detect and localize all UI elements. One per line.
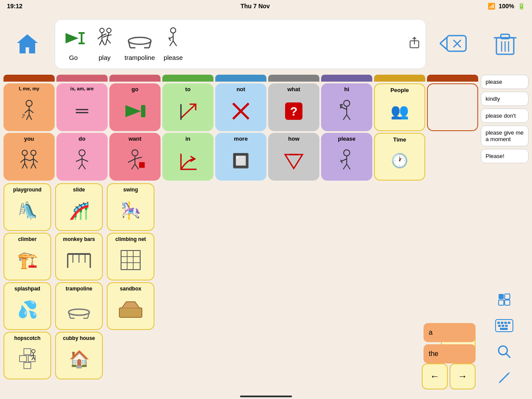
svg-line-84 bbox=[131, 164, 135, 169]
pg-btn-monkey-bars[interactable]: monkey bars bbox=[55, 233, 103, 280]
svg-line-14 bbox=[105, 39, 107, 45]
suggestion-a[interactable]: a bbox=[424, 323, 476, 342]
vocab-btn-not[interactable]: not bbox=[215, 83, 266, 131]
share-button[interactable] bbox=[408, 36, 420, 51]
svg-text:?: ? bbox=[290, 105, 297, 118]
svg-rect-124 bbox=[505, 294, 510, 299]
svg-line-31 bbox=[440, 43, 447, 49]
svg-rect-113 bbox=[119, 308, 142, 317]
svg-line-23 bbox=[170, 41, 173, 46]
vocab-btn-what[interactable]: what ? bbox=[268, 83, 319, 131]
svg-line-9 bbox=[102, 40, 105, 45]
suggestion-the[interactable]: the bbox=[424, 344, 476, 363]
svg-rect-103 bbox=[121, 251, 140, 270]
pg-btn-climbing-net[interactable]: climbing net bbox=[107, 233, 154, 280]
forward-btn[interactable]: → bbox=[450, 363, 476, 389]
svg-line-58 bbox=[343, 115, 347, 120]
vocab-btn-time[interactable]: Time 🕐 bbox=[374, 133, 425, 181]
pg-btn-playground[interactable]: playground 🛝 bbox=[3, 183, 51, 231]
svg-marker-0 bbox=[66, 33, 79, 43]
cat-tab-pink2[interactable] bbox=[56, 75, 108, 82]
trash-button[interactable] bbox=[481, 20, 529, 68]
vocab-btn-how[interactable]: how bbox=[268, 133, 319, 181]
svg-line-7 bbox=[102, 34, 106, 36]
svg-line-138 bbox=[500, 373, 509, 382]
svg-point-65 bbox=[31, 150, 36, 155]
pg-btn-slide[interactable]: slide 🎢 bbox=[55, 183, 103, 231]
vocab-btn-go[interactable]: go bbox=[109, 83, 161, 131]
svg-line-8 bbox=[99, 40, 102, 45]
phrase-please-give[interactable]: please give me a moment bbox=[481, 125, 529, 146]
svg-rect-88 bbox=[139, 162, 144, 168]
pg-btn-hopscotch[interactable]: hopscotch bbox=[3, 332, 51, 379]
svg-line-140 bbox=[508, 373, 509, 374]
vocab-btn-to[interactable]: to bbox=[162, 83, 213, 131]
svg-line-43 bbox=[29, 109, 33, 113]
svg-line-85 bbox=[135, 164, 138, 169]
main-grid: I, me, my bbox=[3, 75, 478, 396]
svg-point-64 bbox=[22, 150, 27, 155]
pg-btn-trampoline[interactable]: trampoline bbox=[55, 282, 103, 330]
svg-rect-133 bbox=[502, 325, 504, 327]
svg-line-59 bbox=[347, 115, 350, 120]
svg-line-50 bbox=[181, 105, 195, 118]
svg-line-70 bbox=[30, 159, 33, 161]
svg-rect-114 bbox=[24, 349, 31, 355]
status-time: 19:12 bbox=[7, 3, 23, 10]
phrase-please-dont[interactable]: please don't bbox=[481, 109, 529, 123]
delete-word-button[interactable] bbox=[430, 20, 477, 68]
pg-btn-sandbox[interactable]: sandbox bbox=[107, 282, 154, 330]
cat-tab-blue[interactable] bbox=[215, 75, 266, 82]
svg-marker-48 bbox=[125, 105, 141, 117]
home-button[interactable] bbox=[3, 20, 51, 68]
cat-tab-purple[interactable] bbox=[321, 75, 372, 82]
vocab-btn-please[interactable]: please bbox=[321, 133, 372, 181]
pg-btn-climber[interactable]: climber 🏗️ bbox=[3, 233, 51, 280]
pencil-btn[interactable] bbox=[481, 366, 527, 389]
cat-tab-pink3[interactable] bbox=[109, 75, 161, 82]
cat-tab-green[interactable] bbox=[162, 75, 213, 82]
svg-line-68 bbox=[20, 159, 25, 162]
back-btn[interactable]: ← bbox=[422, 363, 448, 389]
vocab-btn-hi[interactable]: hi bbox=[321, 83, 372, 131]
svg-rect-129 bbox=[501, 322, 503, 324]
vocab-btn-you[interactable]: you bbox=[3, 133, 55, 181]
svg-point-4 bbox=[100, 28, 104, 33]
vocab-btn-is-am-are[interactable]: is, am, are ═ bbox=[56, 83, 108, 131]
pg-btn-swing[interactable]: swing 🎠 bbox=[107, 183, 154, 231]
wifi-icon: 📶 bbox=[488, 3, 495, 10]
svg-rect-132 bbox=[498, 325, 501, 327]
svg-line-45 bbox=[29, 115, 32, 120]
keyboard-btn[interactable] bbox=[481, 313, 527, 337]
svg-rect-123 bbox=[499, 294, 504, 299]
svg-point-82 bbox=[132, 150, 138, 156]
vocab-btn-extra[interactable] bbox=[427, 83, 478, 131]
phrase-please[interactable]: please bbox=[481, 75, 529, 89]
vocab-btn-people[interactable]: People 👥 bbox=[374, 83, 425, 131]
phrase-please-exclaim[interactable]: Please! bbox=[481, 149, 529, 163]
word-suggestions: a the bbox=[424, 323, 476, 363]
pg-btn-splashpad[interactable]: splashpad 💦 bbox=[3, 282, 51, 330]
vocab-btn-do[interactable]: do bbox=[56, 133, 108, 181]
cat-tab-dk2[interactable] bbox=[427, 75, 478, 82]
sentence-word-please: please bbox=[164, 27, 183, 61]
svg-line-94 bbox=[347, 164, 350, 169]
svg-rect-49 bbox=[141, 105, 145, 117]
svg-line-12 bbox=[103, 36, 107, 37]
svg-line-74 bbox=[31, 163, 33, 168]
svg-rect-115 bbox=[20, 356, 26, 362]
pg-btn-cubby-house[interactable]: cubby house 🏠 bbox=[55, 332, 103, 379]
grid-view-btn[interactable] bbox=[481, 287, 527, 311]
vocab-btn-more[interactable]: more 🔲 bbox=[215, 133, 266, 181]
svg-line-71 bbox=[33, 159, 38, 162]
vocab-btn-i-me-my[interactable]: I, me, my bbox=[3, 83, 55, 131]
vocab-btn-in[interactable]: in bbox=[162, 133, 213, 181]
cat-tab-orange-dk[interactable] bbox=[3, 75, 55, 82]
phrase-kindly[interactable]: kindly bbox=[481, 92, 529, 106]
cat-tab-gray[interactable] bbox=[268, 75, 319, 82]
vocab-btn-want[interactable]: want bbox=[109, 133, 161, 181]
sentence-word-trampoline: trampoline bbox=[125, 27, 155, 61]
svg-point-21 bbox=[171, 28, 176, 33]
search-btn[interactable] bbox=[481, 340, 527, 363]
cat-tab-yellow[interactable] bbox=[374, 75, 425, 82]
